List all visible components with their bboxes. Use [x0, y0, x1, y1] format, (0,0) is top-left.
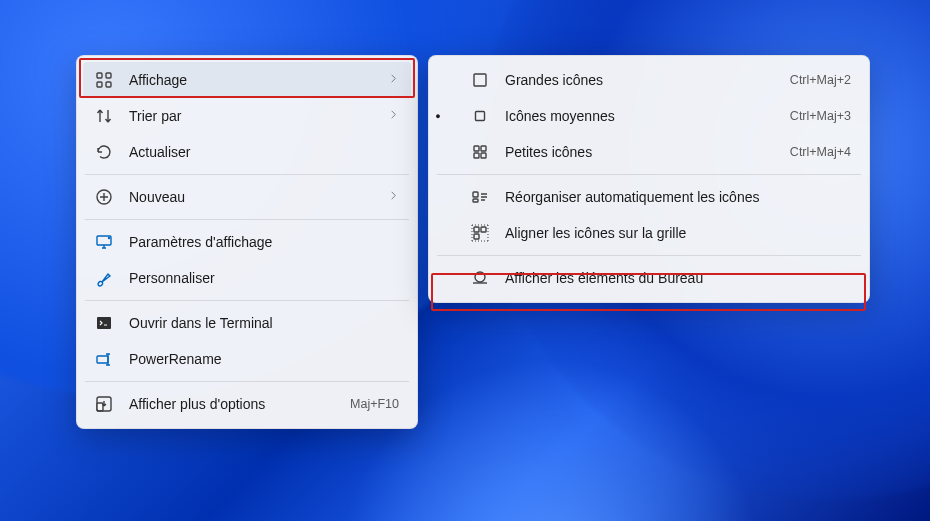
menu-item-label: Trier par — [129, 108, 388, 124]
svg-rect-7 — [97, 317, 111, 329]
svg-rect-19 — [474, 227, 479, 232]
new-plus-icon — [95, 188, 113, 206]
svg-rect-17 — [473, 192, 478, 197]
menu-item-label: Nouveau — [129, 189, 388, 205]
menu-item-display-settings[interactable]: Paramètres d'affichage — [83, 224, 411, 260]
submenu-item-show-desktop-items[interactable]: Afficher les éléments du Bureau — [435, 260, 863, 296]
submenu-item-small-icons[interactable]: Petites icônes Ctrl+Maj+4 — [435, 134, 863, 170]
view-grid-icon — [95, 71, 113, 89]
view-submenu: Grandes icônes Ctrl+Maj+2 ● Icônes moyen… — [428, 55, 870, 303]
menu-item-shortcut: Ctrl+Maj+4 — [790, 145, 851, 159]
svg-rect-20 — [481, 227, 486, 232]
menu-item-refresh[interactable]: Actualiser — [83, 134, 411, 170]
submenu-item-medium-icons[interactable]: ● Icônes moyennes Ctrl+Maj+3 — [435, 98, 863, 134]
align-grid-icon — [471, 224, 489, 242]
svg-rect-0 — [97, 73, 102, 78]
svg-point-6 — [108, 237, 110, 239]
menu-item-shortcut: Ctrl+Maj+3 — [790, 109, 851, 123]
submenu-item-align-grid[interactable]: Aligner les icônes sur la grille — [435, 215, 863, 251]
menu-item-label: Réorganiser automatiquement les icônes — [505, 189, 851, 205]
powerrename-icon — [95, 350, 113, 368]
menu-item-view[interactable]: Affichage — [83, 62, 411, 98]
display-settings-icon — [95, 233, 113, 251]
svg-rect-15 — [474, 153, 479, 158]
menu-item-shortcut: Ctrl+Maj+2 — [790, 73, 851, 87]
menu-item-open-terminal[interactable]: Ouvrir dans le Terminal — [83, 305, 411, 341]
menu-item-personalize[interactable]: Personnaliser — [83, 260, 411, 296]
menu-separator — [85, 174, 409, 175]
large-icons-icon — [471, 71, 489, 89]
terminal-icon — [95, 314, 113, 332]
menu-item-label: Paramètres d'affichage — [129, 234, 399, 250]
menu-item-label: Afficher plus d'options — [129, 396, 334, 412]
svg-rect-21 — [474, 234, 479, 239]
menu-item-powerrename[interactable]: PowerRename — [83, 341, 411, 377]
menu-separator — [85, 300, 409, 301]
menu-separator — [437, 174, 861, 175]
menu-separator — [437, 255, 861, 256]
menu-item-shortcut: Maj+F10 — [350, 397, 399, 411]
svg-rect-13 — [474, 146, 479, 151]
svg-rect-12 — [476, 112, 485, 121]
chevron-right-icon — [388, 190, 399, 204]
menu-item-sort[interactable]: Trier par — [83, 98, 411, 134]
sort-icon — [95, 107, 113, 125]
svg-point-22 — [475, 272, 485, 282]
menu-item-label: Affichage — [129, 72, 388, 88]
menu-item-label: Aligner les icônes sur la grille — [505, 225, 851, 241]
submenu-item-auto-arrange[interactable]: Réorganiser automatiquement les icônes — [435, 179, 863, 215]
menu-item-label: Afficher les éléments du Bureau — [505, 270, 851, 286]
svg-rect-1 — [106, 73, 111, 78]
menu-separator — [85, 381, 409, 382]
svg-rect-3 — [106, 82, 111, 87]
desktop-context-menu: Affichage Trier par Actualiser Nouveau — [76, 55, 418, 429]
small-icons-icon — [471, 143, 489, 161]
menu-item-label: Grandes icônes — [505, 72, 774, 88]
personalize-brush-icon — [95, 269, 113, 287]
chevron-right-icon — [388, 109, 399, 123]
menu-item-label: PowerRename — [129, 351, 399, 367]
submenu-item-large-icons[interactable]: Grandes icônes Ctrl+Maj+2 — [435, 62, 863, 98]
menu-item-label: Petites icônes — [505, 144, 774, 160]
menu-item-label: Ouvrir dans le Terminal — [129, 315, 399, 331]
menu-separator — [85, 219, 409, 220]
svg-rect-14 — [481, 146, 486, 151]
svg-rect-8 — [97, 356, 108, 363]
menu-item-more-options[interactable]: Afficher plus d'options Maj+F10 — [83, 386, 411, 422]
menu-item-label: Icônes moyennes — [505, 108, 774, 124]
svg-rect-16 — [481, 153, 486, 158]
auto-arrange-icon — [471, 188, 489, 206]
menu-item-new[interactable]: Nouveau — [83, 179, 411, 215]
menu-item-label: Personnaliser — [129, 270, 399, 286]
chevron-right-icon — [388, 73, 399, 87]
svg-rect-18 — [473, 199, 478, 202]
svg-rect-11 — [474, 74, 486, 86]
refresh-icon — [95, 143, 113, 161]
medium-icons-icon — [471, 107, 489, 125]
more-options-icon — [95, 395, 113, 413]
svg-rect-2 — [97, 82, 102, 87]
desktop-items-icon — [471, 269, 489, 287]
menu-item-label: Actualiser — [129, 144, 399, 160]
selected-bullet-icon: ● — [433, 111, 443, 121]
